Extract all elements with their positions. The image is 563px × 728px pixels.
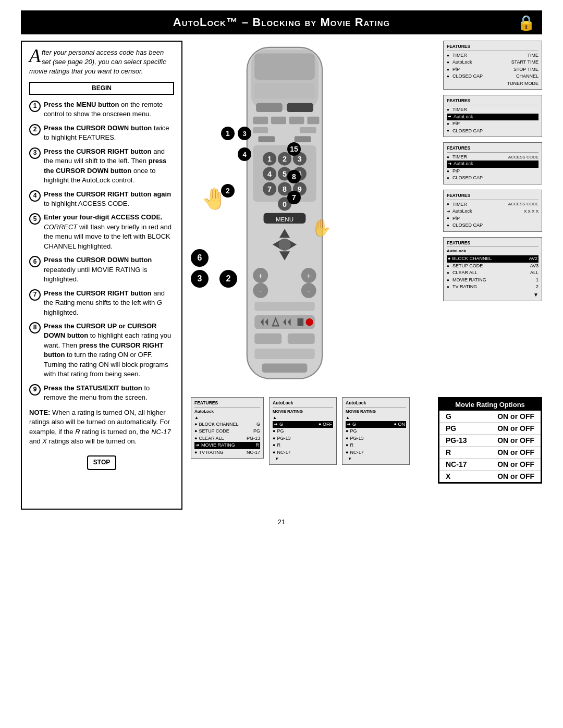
rating-row-nc17: NC-17 ON or OFF (439, 459, 541, 471)
rating-row-r: R ON or OFF (439, 447, 541, 459)
rating-row-g: G ON or OFF (439, 411, 541, 423)
svg-text:8: 8 (283, 185, 287, 193)
menu5-item2: ● SETUP CODE AV3 (447, 263, 538, 270)
stop-label: STOP (93, 459, 110, 466)
begin-label: BEGIN (92, 84, 112, 93)
rating-table-header: Movie Rating Options (439, 399, 541, 411)
bm2-item4: ● R (273, 442, 333, 449)
svg-rect-62 (262, 364, 308, 373)
svg-rect-13 (295, 136, 311, 142)
menu1-item5: TUNER MODE (447, 80, 538, 88)
svg-rect-3 (254, 83, 315, 98)
bm3-subtitle: MOVIE RATING (346, 409, 406, 415)
step-text-7: Press the CURSOR RIGHT button and the Ra… (44, 289, 174, 317)
step-text-6: Press the CURSOR DOWN button repeatedly … (44, 255, 174, 284)
menu-screen-2: FEATURES ● TIMER ➜ AutoLock ● PiP ● CLOS… (443, 95, 542, 137)
header-bar: AutoLock™ – Blocking by Movie Rating 🔒 (21, 10, 542, 34)
menu-screen-3: FEATURES ● TIMER ACCESS CODE ➜ AutoLock … (443, 142, 542, 184)
bm3-title: AutoLock (346, 400, 406, 408)
step-6: 6 Press the CURSOR DOWN button repeatedl… (29, 255, 174, 284)
bm2-title: AutoLock (273, 400, 333, 408)
step-8: 8 Press the CURSOR UP or CURSOR DOWN but… (29, 322, 174, 379)
menu3-item1: ● TIMER ACCESS CODE (447, 154, 538, 161)
menu3-item4: ● CLOSED CAP (447, 175, 538, 182)
svg-rect-60 (288, 334, 315, 344)
svg-rect-6 (253, 117, 268, 124)
bm1-subtitle: AutoLock (194, 409, 260, 415)
step-num-7: 7 (29, 289, 41, 301)
step-num-2: 2 (29, 124, 41, 135)
svg-point-41 (278, 239, 290, 251)
page: AutoLock™ – Blocking by Movie Rating 🔒 A… (0, 0, 563, 728)
svg-text:+: + (259, 272, 263, 280)
step-num-3: 3 (29, 147, 41, 159)
svg-rect-61 (254, 349, 315, 359)
step-num-8: 8 (29, 322, 41, 334)
hand-right: 🤚 (311, 218, 332, 238)
menu5-subtitle: AutoLock (447, 248, 538, 254)
rating-pg-label: PG (446, 424, 472, 433)
bm3-arr: ▲ (346, 415, 406, 421)
bm2-item1-hl: ➜ G ● OFF (273, 421, 333, 428)
menu-screen-1: FEATURES ● TIMER TIME ● AutoLock START T… (443, 41, 542, 90)
step-num-1: 1 (29, 101, 41, 112)
callout-6: 6 (191, 249, 209, 267)
svg-text:-: - (308, 287, 310, 295)
step-text-3: Press the CURSOR RIGHT button and the me… (44, 147, 174, 186)
svg-text:1: 1 (267, 155, 272, 163)
step-num-6: 6 (29, 256, 41, 267)
bm3-arr-dn: ▼ (346, 456, 406, 462)
rating-r-label: R (446, 448, 472, 456)
menu5-arrow: ▼ (447, 291, 538, 299)
bottom-menu-1: FEATURES AutoLock ▲ ● BLOCK CHANNEL G ● … (191, 397, 264, 459)
callout-15: 15 (287, 142, 301, 156)
svg-rect-4 (256, 103, 283, 112)
svg-rect-50 (254, 302, 315, 311)
remote-svg: 1 2 3 4 5 6 7 8 (206, 46, 363, 385)
menu2-item1: ● TIMER (447, 106, 538, 114)
menu1-item1: ● TIMER TIME (447, 52, 538, 59)
rating-row-pg13: PG-13 ON or OFF (439, 435, 541, 447)
rating-g-option: ON or OFF (497, 412, 534, 421)
bm2-item5: ● NC-17 (273, 449, 333, 456)
rating-g-label: G (446, 412, 472, 421)
svg-text:4: 4 (267, 170, 272, 178)
menu4-item1: ● TIMER ACCESS CODE (447, 201, 538, 208)
lock-icon: 🔒 (517, 14, 536, 31)
menu2-item3: ● PiP (447, 120, 538, 128)
svg-text:2: 2 (283, 155, 287, 163)
menu4-item4: ● CLOSED CAP (447, 222, 538, 229)
menu3-item2-hl: ➜ AutoLock (447, 161, 538, 168)
bm3-item5: ● NC-17 (346, 449, 406, 456)
drop-cap: A (29, 48, 41, 64)
svg-rect-9 (307, 117, 319, 124)
callout-2: 2 (221, 184, 235, 198)
menu1-item3: ● PiP STOP TIME (447, 66, 538, 73)
step-7: 7 Press the CURSOR RIGHT button and the … (29, 289, 174, 317)
stop-box: STOP (87, 455, 116, 470)
rating-x-option: ON or OFF (497, 472, 534, 480)
svg-rect-11 (300, 127, 316, 133)
svg-text:MENU: MENU (276, 216, 293, 223)
callout-1: 1 (221, 127, 235, 140)
instructions-panel: A fter your personal access code has bee… (21, 41, 182, 510)
svg-rect-5 (287, 103, 313, 112)
step-text-4: Press the CURSOR RIGHT button again to h… (44, 190, 174, 209)
step-text-5: Enter your four-digit ACCESS CODE. CORRE… (44, 213, 174, 251)
page-num-value: 21 (278, 518, 285, 526)
rating-nc17-option: ON or OFF (497, 460, 534, 468)
svg-rect-8 (289, 117, 304, 124)
svg-rect-57 (298, 318, 304, 326)
intro-text: A fter your personal access code has bee… (29, 48, 174, 77)
callout-3b: 3 (238, 127, 251, 140)
step-text-8: Press the CURSOR UP or CURSOR DOWN butto… (44, 322, 174, 379)
menu1-item4: ● CLOSED CAP CHANNEL (447, 73, 538, 80)
menu4-item3: ● PiP (447, 215, 538, 223)
menu1-item2: ● AutoLock START TIME (447, 59, 538, 66)
bm3-item1-hl: ➜ G ● ON (346, 421, 406, 428)
step-num-4: 4 (29, 190, 41, 202)
bm3-item4: ● R (346, 442, 406, 449)
bm3-item2: ● PG (346, 428, 406, 435)
main-content: A fter your personal access code has bee… (21, 41, 542, 510)
menu5-item5: ● TV RATING 2 (447, 283, 538, 291)
